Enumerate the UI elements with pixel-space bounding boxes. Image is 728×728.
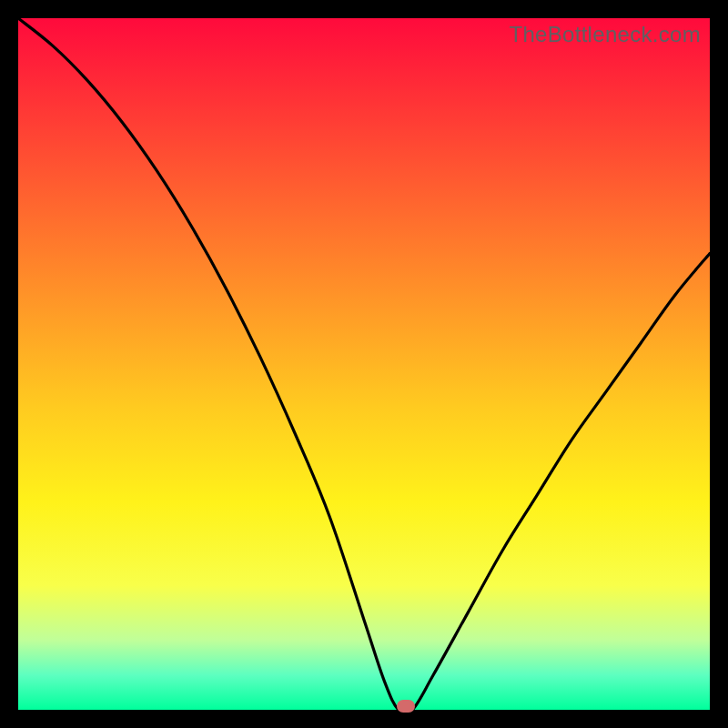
- plot-area: TheBottleneck.com: [18, 18, 710, 710]
- optimum-marker: [397, 700, 415, 713]
- chart-frame: TheBottleneck.com: [0, 0, 728, 728]
- curve-svg: [18, 18, 710, 710]
- bottleneck-curve: [18, 18, 710, 710]
